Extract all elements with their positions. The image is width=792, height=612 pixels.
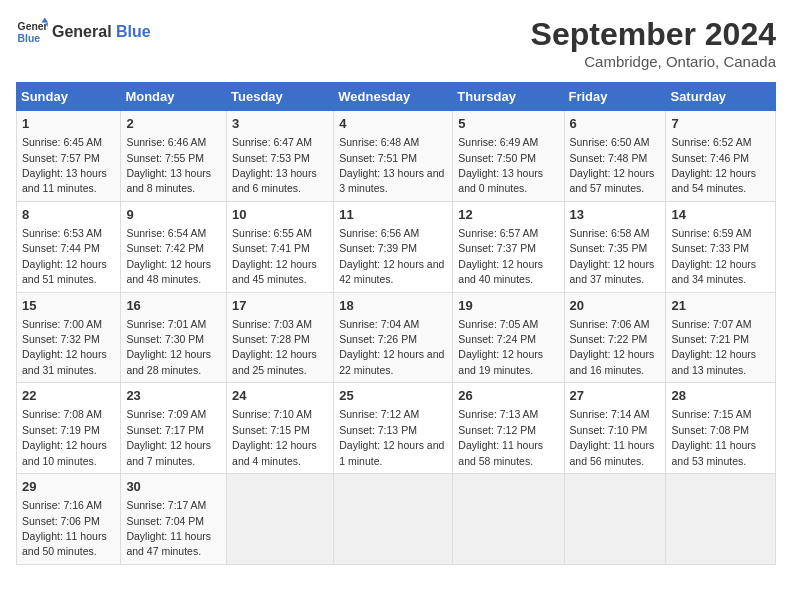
day-number: 9 — [126, 206, 221, 224]
sunrise-info: Sunrise: 6:45 AM — [22, 136, 102, 148]
day-number: 29 — [22, 478, 115, 496]
daylight-info: Daylight: 12 hours and 48 minutes. — [126, 258, 211, 285]
calendar-cell — [453, 474, 564, 565]
sunset-info: Sunset: 7:42 PM — [126, 242, 204, 254]
sunrise-info: Sunrise: 7:13 AM — [458, 408, 538, 420]
calendar-cell: 22Sunrise: 7:08 AMSunset: 7:19 PMDayligh… — [17, 383, 121, 474]
sunrise-info: Sunrise: 7:16 AM — [22, 499, 102, 511]
daylight-info: Daylight: 12 hours and 22 minutes. — [339, 348, 444, 375]
day-number: 13 — [570, 206, 661, 224]
daylight-info: Daylight: 13 hours and 0 minutes. — [458, 167, 543, 194]
calendar-cell: 14Sunrise: 6:59 AMSunset: 7:33 PMDayligh… — [666, 201, 776, 292]
day-number: 1 — [22, 115, 115, 133]
day-number: 19 — [458, 297, 558, 315]
sunset-info: Sunset: 7:22 PM — [570, 333, 648, 345]
day-number: 10 — [232, 206, 328, 224]
day-number: 12 — [458, 206, 558, 224]
calendar-cell: 30Sunrise: 7:17 AMSunset: 7:04 PMDayligh… — [121, 474, 227, 565]
col-tuesday: Tuesday — [227, 83, 334, 111]
day-number: 8 — [22, 206, 115, 224]
sunset-info: Sunset: 7:26 PM — [339, 333, 417, 345]
sunset-info: Sunset: 7:30 PM — [126, 333, 204, 345]
calendar-cell: 24Sunrise: 7:10 AMSunset: 7:15 PMDayligh… — [227, 383, 334, 474]
col-thursday: Thursday — [453, 83, 564, 111]
sunrise-info: Sunrise: 7:03 AM — [232, 318, 312, 330]
sunrise-info: Sunrise: 7:01 AM — [126, 318, 206, 330]
day-number: 14 — [671, 206, 770, 224]
daylight-info: Daylight: 12 hours and 40 minutes. — [458, 258, 543, 285]
sunset-info: Sunset: 7:15 PM — [232, 424, 310, 436]
sunrise-info: Sunrise: 6:52 AM — [671, 136, 751, 148]
sunset-info: Sunset: 7:32 PM — [22, 333, 100, 345]
daylight-info: Daylight: 12 hours and 54 minutes. — [671, 167, 756, 194]
sunrise-info: Sunrise: 7:15 AM — [671, 408, 751, 420]
daylight-info: Daylight: 12 hours and 31 minutes. — [22, 348, 107, 375]
daylight-info: Daylight: 12 hours and 42 minutes. — [339, 258, 444, 285]
sunset-info: Sunset: 7:57 PM — [22, 152, 100, 164]
logo-text: General Blue — [52, 22, 151, 41]
day-number: 22 — [22, 387, 115, 405]
svg-text:Blue: Blue — [18, 33, 41, 44]
day-number: 23 — [126, 387, 221, 405]
calendar-cell: 18Sunrise: 7:04 AMSunset: 7:26 PMDayligh… — [334, 292, 453, 383]
day-number: 17 — [232, 297, 328, 315]
calendar-cell: 2Sunrise: 6:46 AMSunset: 7:55 PMDaylight… — [121, 111, 227, 202]
sunset-info: Sunset: 7:10 PM — [570, 424, 648, 436]
sunset-info: Sunset: 7:08 PM — [671, 424, 749, 436]
calendar-cell: 21Sunrise: 7:07 AMSunset: 7:21 PMDayligh… — [666, 292, 776, 383]
calendar-cell — [334, 474, 453, 565]
calendar-cell: 7Sunrise: 6:52 AMSunset: 7:46 PMDaylight… — [666, 111, 776, 202]
sunset-info: Sunset: 7:19 PM — [22, 424, 100, 436]
calendar-cell: 1Sunrise: 6:45 AMSunset: 7:57 PMDaylight… — [17, 111, 121, 202]
sunset-info: Sunset: 7:41 PM — [232, 242, 310, 254]
day-number: 7 — [671, 115, 770, 133]
sunrise-info: Sunrise: 7:10 AM — [232, 408, 312, 420]
daylight-info: Daylight: 13 hours and 11 minutes. — [22, 167, 107, 194]
calendar-cell — [666, 474, 776, 565]
sunset-info: Sunset: 7:44 PM — [22, 242, 100, 254]
sunrise-info: Sunrise: 7:17 AM — [126, 499, 206, 511]
sunset-info: Sunset: 7:33 PM — [671, 242, 749, 254]
day-number: 2 — [126, 115, 221, 133]
sunset-info: Sunset: 7:12 PM — [458, 424, 536, 436]
sunset-info: Sunset: 7:55 PM — [126, 152, 204, 164]
calendar-cell: 29Sunrise: 7:16 AMSunset: 7:06 PMDayligh… — [17, 474, 121, 565]
day-number: 3 — [232, 115, 328, 133]
sunrise-info: Sunrise: 7:08 AM — [22, 408, 102, 420]
daylight-info: Daylight: 12 hours and 25 minutes. — [232, 348, 317, 375]
calendar-row: 8Sunrise: 6:53 AMSunset: 7:44 PMDaylight… — [17, 201, 776, 292]
sunset-info: Sunset: 7:24 PM — [458, 333, 536, 345]
day-number: 20 — [570, 297, 661, 315]
col-wednesday: Wednesday — [334, 83, 453, 111]
calendar-table: Sunday Monday Tuesday Wednesday Thursday… — [16, 82, 776, 565]
daylight-info: Daylight: 12 hours and 16 minutes. — [570, 348, 655, 375]
day-number: 4 — [339, 115, 447, 133]
daylight-info: Daylight: 11 hours and 47 minutes. — [126, 530, 211, 557]
title-block: September 2024 Cambridge, Ontario, Canad… — [531, 16, 776, 70]
day-number: 21 — [671, 297, 770, 315]
daylight-info: Daylight: 11 hours and 56 minutes. — [570, 439, 655, 466]
calendar-row: 1Sunrise: 6:45 AMSunset: 7:57 PMDaylight… — [17, 111, 776, 202]
sunrise-info: Sunrise: 7:04 AM — [339, 318, 419, 330]
day-number: 15 — [22, 297, 115, 315]
sunset-info: Sunset: 7:51 PM — [339, 152, 417, 164]
sunrise-info: Sunrise: 7:00 AM — [22, 318, 102, 330]
calendar-header-row: Sunday Monday Tuesday Wednesday Thursday… — [17, 83, 776, 111]
day-number: 30 — [126, 478, 221, 496]
daylight-info: Daylight: 13 hours and 3 minutes. — [339, 167, 444, 194]
sunset-info: Sunset: 7:13 PM — [339, 424, 417, 436]
calendar-cell: 13Sunrise: 6:58 AMSunset: 7:35 PMDayligh… — [564, 201, 666, 292]
daylight-info: Daylight: 13 hours and 8 minutes. — [126, 167, 211, 194]
daylight-info: Daylight: 11 hours and 53 minutes. — [671, 439, 756, 466]
calendar-cell: 3Sunrise: 6:47 AMSunset: 7:53 PMDaylight… — [227, 111, 334, 202]
sunset-info: Sunset: 7:50 PM — [458, 152, 536, 164]
page-header: General Blue General Blue September 2024… — [16, 16, 776, 70]
calendar-cell: 11Sunrise: 6:56 AMSunset: 7:39 PMDayligh… — [334, 201, 453, 292]
calendar-cell: 6Sunrise: 6:50 AMSunset: 7:48 PMDaylight… — [564, 111, 666, 202]
calendar-cell: 20Sunrise: 7:06 AMSunset: 7:22 PMDayligh… — [564, 292, 666, 383]
col-monday: Monday — [121, 83, 227, 111]
sunset-info: Sunset: 7:46 PM — [671, 152, 749, 164]
calendar-row: 22Sunrise: 7:08 AMSunset: 7:19 PMDayligh… — [17, 383, 776, 474]
calendar-cell: 4Sunrise: 6:48 AMSunset: 7:51 PMDaylight… — [334, 111, 453, 202]
sunset-info: Sunset: 7:37 PM — [458, 242, 536, 254]
